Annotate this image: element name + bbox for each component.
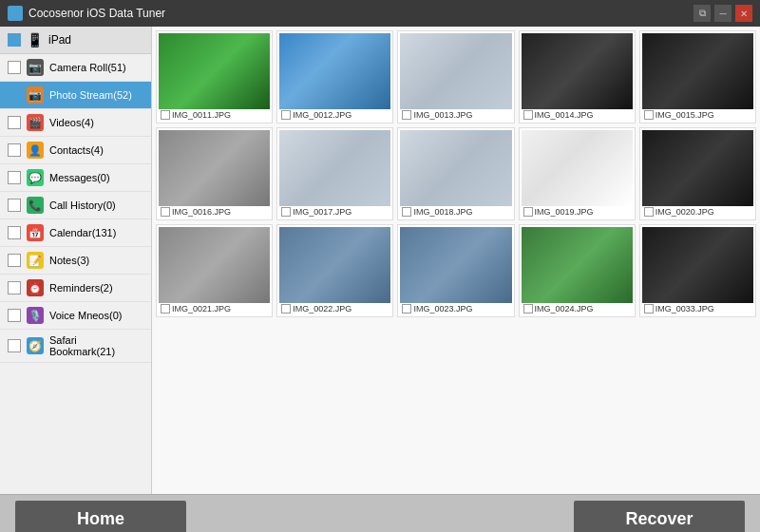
photo-item-img-0012[interactable]: IMG_0012.JPG — [276, 30, 393, 124]
photo-thumb-img-0019 — [522, 130, 633, 206]
checkbox-call-history[interactable] — [8, 199, 21, 212]
photo-item-img-0015[interactable]: IMG_0015.JPG — [639, 30, 756, 124]
notes-icon: 📝 — [27, 252, 44, 269]
sidebar-item-safari-bookmark[interactable]: 🧭Safari Bookmark(21) — [0, 330, 151, 363]
photo-item-img-0013[interactable]: IMG_0013.JPG — [397, 30, 514, 124]
photo-checkbox-img-0023[interactable] — [402, 304, 411, 314]
photo-item-img-0023[interactable]: IMG_0023.JPG — [397, 224, 514, 317]
photo-checkbox-img-0022[interactable] — [281, 304, 291, 314]
window-controls: ⧉ ─ ✕ — [694, 5, 752, 22]
app-title: Cocosenor iOS Data Tuner — [28, 7, 694, 20]
photo-checkbox-img-0020[interactable] — [644, 207, 654, 217]
checkbox-notes[interactable] — [8, 254, 21, 267]
device-icon: 📱 — [27, 32, 43, 48]
sidebar-label-reminders: Reminders(2) — [49, 282, 113, 294]
photo-thumb-img-0023 — [400, 227, 511, 303]
sidebar-item-camera-roll[interactable]: 📷Camera Roll(51) — [0, 54, 151, 82]
photo-checkbox-img-0019[interactable] — [523, 207, 533, 217]
photo-thumb-img-0017 — [279, 130, 390, 206]
home-button[interactable]: Home — [15, 501, 186, 533]
sidebar-item-calendar[interactable]: 📅Calendar(131) — [0, 219, 151, 247]
sidebar-item-call-history[interactable]: 📞Call History(0) — [0, 192, 151, 219]
checkbox-camera-roll[interactable] — [8, 61, 21, 74]
minimize-button[interactable]: ─ — [714, 5, 732, 22]
photo-thumb-img-0016 — [159, 130, 270, 206]
close-button[interactable]: ✕ — [735, 5, 752, 22]
photo-label-img-0014: IMG_0014.JPG — [522, 109, 633, 121]
sidebar-label-notes: Notes(3) — [49, 255, 89, 266]
photo-checkbox-img-0021[interactable] — [161, 304, 170, 314]
sidebar-item-notes[interactable]: 📝Notes(3) — [0, 247, 151, 275]
photo-checkbox-img-0017[interactable] — [281, 207, 291, 217]
device-checkbox[interactable] — [8, 33, 21, 47]
photo-checkbox-img-0011[interactable] — [161, 110, 170, 120]
photo-label-img-0022: IMG_0022.JPG — [279, 303, 390, 314]
photo-checkbox-img-0016[interactable] — [161, 207, 170, 217]
photo-item-img-0019[interactable]: IMG_0019.JPG — [519, 127, 636, 220]
photo-item-img-0022[interactable]: IMG_0022.JPG — [276, 224, 393, 317]
photo-thumb-img-0022 — [279, 227, 390, 303]
photo-item-img-0011[interactable]: IMG_0011.JPG — [156, 30, 273, 124]
restore-button[interactable]: ⧉ — [694, 5, 711, 22]
photo-checkbox-img-0033[interactable] — [644, 304, 654, 314]
photo-item-img-0018[interactable]: IMG_0018.JPG — [397, 127, 514, 220]
device-label: iPad — [48, 33, 71, 47]
photo-checkbox-img-0018[interactable] — [402, 207, 411, 217]
photo-checkbox-img-0015[interactable] — [644, 110, 654, 120]
photo-label-img-0016: IMG_0016.JPG — [159, 206, 270, 218]
video-icon: 🎬 — [27, 114, 44, 131]
photo-label-img-0013: IMG_0013.JPG — [400, 109, 511, 121]
photo-item-img-0021[interactable]: IMG_0021.JPG — [156, 224, 273, 317]
photo-item-img-0024[interactable]: IMG_0024.JPG — [519, 224, 636, 317]
photo-thumb-img-0018 — [400, 130, 511, 206]
photo-label-img-0018: IMG_0018.JPG — [400, 206, 511, 218]
sidebar-item-reminders[interactable]: ⏰Reminders(2) — [0, 275, 151, 302]
checkbox-reminders[interactable] — [8, 281, 21, 294]
photo-label-img-0017: IMG_0017.JPG — [279, 206, 390, 218]
photo-thumb-img-0021 — [159, 227, 270, 303]
sidebar-label-camera-roll: Camera Roll(51) — [49, 62, 126, 73]
checkbox-voice-memos[interactable] — [8, 309, 21, 322]
photo-icon: 📷 — [27, 86, 44, 104]
photo-label-img-0033: IMG_0033.JPG — [642, 303, 753, 314]
checkbox-safari-bookmark[interactable] — [8, 339, 21, 352]
sidebar-item-messages[interactable]: 💬Messages(0) — [0, 164, 151, 192]
sidebar-item-voice-memos[interactable]: 🎙️Voice Mneos(0) — [0, 302, 151, 330]
footer: Home Recover — [0, 494, 760, 532]
sidebar-label-voice-memos: Voice Mneos(0) — [49, 310, 122, 321]
sidebar-item-photo-stream[interactable]: 📷Photo Stream(52) — [0, 82, 151, 109]
photo-thumb-img-0011 — [159, 33, 270, 109]
photo-label-img-0024: IMG_0024.JPG — [522, 303, 633, 314]
photo-item-img-0033[interactable]: IMG_0033.JPG — [639, 224, 756, 317]
photo-item-img-0017[interactable]: IMG_0017.JPG — [276, 127, 393, 220]
checkbox-videos[interactable] — [8, 116, 21, 129]
sidebar-item-videos[interactable]: 🎬Videos(4) — [0, 109, 151, 137]
photo-label-img-0020: IMG_0020.JPG — [642, 206, 753, 218]
device-item[interactable]: 📱 iPad — [0, 27, 151, 54]
sidebar: 📱 iPad 📷Camera Roll(51)📷Photo Stream(52)… — [0, 27, 152, 494]
photo-item-img-0014[interactable]: IMG_0014.JPG — [519, 30, 636, 124]
sidebar-label-photo-stream: Photo Stream(52) — [49, 89, 132, 101]
photo-grid-container[interactable]: IMG_0011.JPGIMG_0012.JPGIMG_0013.JPGIMG_… — [152, 27, 760, 494]
photo-thumb-img-0020 — [642, 130, 753, 206]
sidebar-label-videos: Videos(4) — [49, 117, 94, 128]
messages-icon: 💬 — [27, 169, 44, 186]
sidebar-label-call-history: Call History(0) — [49, 200, 116, 211]
photo-label-img-0012: IMG_0012.JPG — [279, 109, 390, 121]
checkbox-contacts[interactable] — [8, 143, 21, 157]
checkbox-calendar[interactable] — [8, 226, 21, 239]
sidebar-item-contacts[interactable]: 👤Contacts(4) — [0, 137, 151, 164]
photo-checkbox-img-0024[interactable] — [523, 304, 533, 314]
photo-item-img-0016[interactable]: IMG_0016.JPG — [156, 127, 273, 220]
photo-thumb-img-0013 — [400, 33, 511, 109]
calendar-icon: 📅 — [27, 224, 44, 241]
photo-checkbox-img-0014[interactable] — [523, 110, 533, 120]
photo-item-img-0020[interactable]: IMG_0020.JPG — [639, 127, 756, 220]
recover-button[interactable]: Recover — [574, 501, 745, 533]
checkbox-photo-stream[interactable] — [8, 88, 21, 102]
title-bar: Cocosenor iOS Data Tuner ⧉ ─ ✕ — [0, 0, 760, 27]
photo-label-img-0015: IMG_0015.JPG — [642, 109, 753, 121]
checkbox-messages[interactable] — [8, 171, 21, 184]
photo-checkbox-img-0013[interactable] — [402, 110, 411, 120]
photo-checkbox-img-0012[interactable] — [281, 110, 291, 120]
